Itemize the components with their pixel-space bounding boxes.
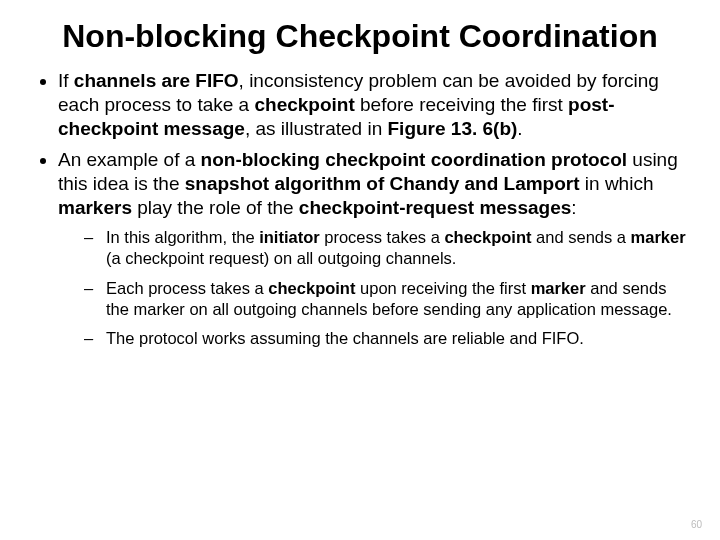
text: , as illustrated in	[245, 118, 388, 139]
bold: marker	[531, 279, 586, 297]
bold: marker	[631, 228, 686, 246]
sub-bullet-1: In this algorithm, the initiator process…	[90, 227, 690, 270]
sub-bullet-3: The protocol works assuming the channels…	[90, 328, 690, 349]
text: :	[571, 197, 576, 218]
text: If	[58, 70, 74, 91]
text: in which	[580, 173, 654, 194]
bold: initiator	[259, 228, 320, 246]
bullet-2: An example of a non-blocking checkpoint …	[58, 148, 690, 350]
bold: markers	[58, 197, 132, 218]
text: In this algorithm, the	[106, 228, 259, 246]
text: process takes a	[320, 228, 445, 246]
text: An example of a	[58, 149, 201, 170]
bold: checkpoint	[254, 94, 354, 115]
slide: Non-blocking Checkpoint Coordination If …	[0, 0, 720, 540]
bold: checkpoint	[444, 228, 531, 246]
bold: Figure 13. 6(b)	[388, 118, 518, 139]
sub-bullet-list: In this algorithm, the initiator process…	[64, 227, 690, 350]
bullet-list: If channels are FIFO, inconsistency prob…	[34, 69, 690, 350]
bullet-1: If channels are FIFO, inconsistency prob…	[58, 69, 690, 142]
text: play the role of the	[132, 197, 299, 218]
page-number: 60	[691, 519, 702, 530]
sub-bullet-2: Each process takes a checkpoint upon rec…	[90, 278, 690, 321]
bold: checkpoint	[268, 279, 355, 297]
slide-title: Non-blocking Checkpoint Coordination	[30, 18, 690, 55]
bold: channels are FIFO	[74, 70, 239, 91]
text: Each process takes a	[106, 279, 268, 297]
text: before receiving the first	[355, 94, 568, 115]
text: (a checkpoint request) on all outgoing c…	[106, 249, 456, 267]
text: .	[517, 118, 522, 139]
text: upon receiving the first	[355, 279, 530, 297]
bold: non-blocking checkpoint coordination pro…	[201, 149, 627, 170]
bold: checkpoint-request messages	[299, 197, 571, 218]
bold: snapshot algorithm of Chandy and Lamport	[185, 173, 580, 194]
text: and sends a	[532, 228, 631, 246]
text: The protocol works assuming the channels…	[106, 329, 584, 347]
